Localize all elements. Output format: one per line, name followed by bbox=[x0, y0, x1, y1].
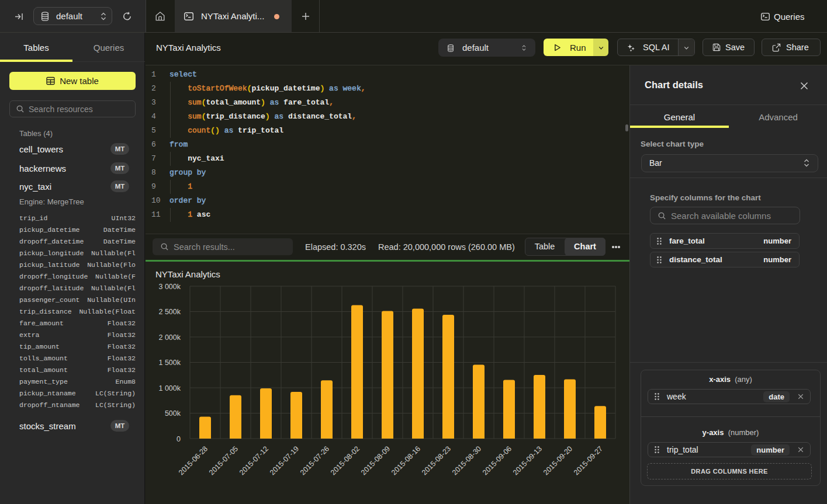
svg-text:2 500k: 2 500k bbox=[158, 308, 181, 316]
svg-text:500k: 500k bbox=[165, 409, 181, 418]
svg-text:NYTaxi Analytics: NYTaxi Analytics bbox=[155, 269, 220, 279]
svg-text:2015-09-27: 2015-09-27 bbox=[572, 444, 604, 477]
svg-text:2015-08-30: 2015-08-30 bbox=[451, 444, 483, 477]
svg-text:2015-09-06: 2015-09-06 bbox=[481, 444, 513, 477]
svg-text:2015-08-02: 2015-08-02 bbox=[329, 444, 361, 477]
svg-text:2015-07-12: 2015-07-12 bbox=[238, 444, 270, 477]
svg-text:2015-08-16: 2015-08-16 bbox=[390, 444, 422, 477]
svg-text:0: 0 bbox=[177, 435, 181, 443]
svg-text:1 500k: 1 500k bbox=[158, 359, 181, 367]
svg-text:1 000k: 1 000k bbox=[158, 384, 181, 392]
svg-text:2015-08-23: 2015-08-23 bbox=[420, 444, 452, 477]
svg-text:2015-09-13: 2015-09-13 bbox=[511, 444, 544, 477]
svg-text:2015-07-19: 2015-07-19 bbox=[268, 444, 300, 477]
svg-text:2 000k: 2 000k bbox=[158, 333, 181, 342]
svg-text:2015-08-09: 2015-08-09 bbox=[359, 444, 392, 477]
svg-text:3 000k: 3 000k bbox=[158, 283, 181, 291]
svg-text:2015-07-26: 2015-07-26 bbox=[299, 444, 331, 477]
svg-text:2015-09-20: 2015-09-20 bbox=[542, 444, 574, 477]
svg-text:2015-07-05: 2015-07-05 bbox=[207, 444, 240, 477]
svg-text:2015-06-28: 2015-06-28 bbox=[177, 444, 209, 477]
